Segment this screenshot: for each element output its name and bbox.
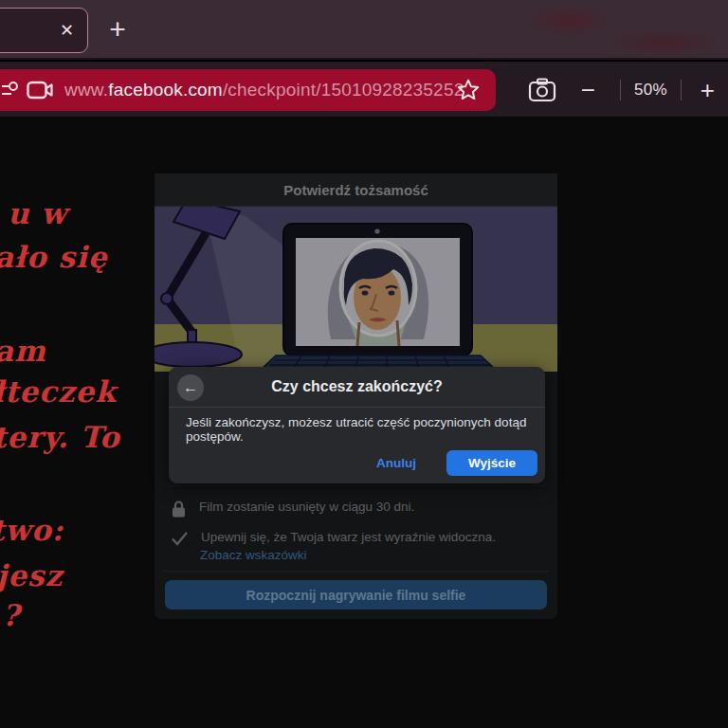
zoom-out-button[interactable]: − <box>570 81 607 100</box>
dialog-header: Czy chcesz zakończyć? <box>169 367 545 408</box>
browser-toolbar: www.facebook.com/checkpoint/150109282352… <box>0 62 728 117</box>
background-smudge <box>607 28 720 57</box>
cancel-button[interactable]: Anuluj <box>359 450 433 476</box>
screenshot-button[interactable] <box>522 78 570 102</box>
dialog-actions: Anuluj Wyjście <box>359 450 537 476</box>
exit-button[interactable]: Wyjście <box>446 450 537 476</box>
permission-icon[interactable] <box>2 81 19 100</box>
address-bar[interactable]: www.facebook.com/checkpoint/150109282352… <box>0 69 496 111</box>
camera-icon <box>528 78 556 102</box>
camera-permission-icon[interactable] <box>27 80 53 100</box>
back-button[interactable]: ← <box>177 374 204 401</box>
handwritten-note: łteczek <box>0 374 117 409</box>
handwritten-note: ? <box>2 598 20 632</box>
tab-close-icon[interactable]: ✕ <box>60 22 74 39</box>
handwritten-note: tery. To <box>0 420 120 454</box>
url-domain: facebook.com <box>108 80 223 100</box>
tab-bar: ✕ + <box>0 0 728 60</box>
background-smudge <box>526 5 611 37</box>
handwritten-note: jesz <box>0 558 63 592</box>
handwritten-note: am <box>0 334 46 368</box>
dialog-title: Czy chcesz zakończyć? <box>271 378 443 395</box>
exit-confirmation-dialog: Czy chcesz zakończyć? ← Jeśli zakończysz… <box>169 367 545 483</box>
url-path: /checkpoint/15010928235252 <box>223 80 464 100</box>
new-tab-button[interactable]: + <box>100 11 135 47</box>
divider <box>681 80 682 100</box>
dialog-body-text: Jeśli zakończysz, możesz utracić część p… <box>186 415 527 444</box>
handwritten-note: two: <box>0 513 64 547</box>
browser-window: ✕ + www.facebook.com/checkpoint/15010928… <box>0 0 728 728</box>
bookmark-star-icon[interactable] <box>456 78 481 102</box>
back-arrow-icon: ← <box>183 379 198 395</box>
zoom-level-button[interactable]: 50% <box>634 81 667 100</box>
toolbar-controls: − 50% + <box>522 69 728 111</box>
handwritten-note: u w <box>8 196 67 230</box>
handwritten-note: ało się <box>0 240 107 274</box>
web-page: u w ało się am łteczek tery. To two: jes… <box>0 117 728 728</box>
url-prefix: www. <box>64 80 108 100</box>
divider <box>620 80 621 100</box>
zoom-in-button[interactable]: + <box>695 81 728 100</box>
url-text[interactable]: www.facebook.com/checkpoint/150109282352… <box>64 80 464 100</box>
browser-tab[interactable]: ✕ <box>0 8 88 53</box>
